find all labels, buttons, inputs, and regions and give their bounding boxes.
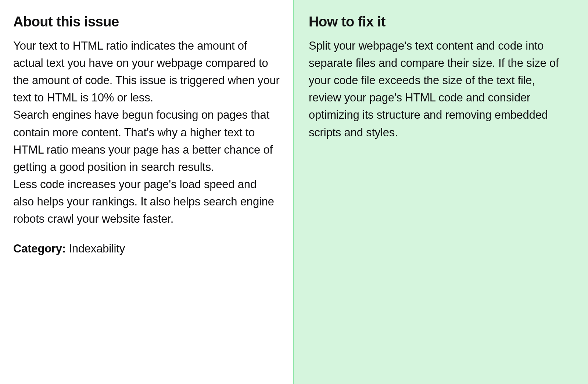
category-label: Category:	[13, 242, 69, 255]
two-column-layout: About this issue Your text to HTML ratio…	[0, 0, 588, 384]
how-to-fix-panel: How to fix it Split your webpage's text …	[294, 0, 588, 384]
category-line: Category: Indexability	[13, 242, 280, 255]
about-issue-heading: About this issue	[13, 14, 280, 30]
about-issue-para-1: Your text to HTML ratio indicates the am…	[13, 37, 280, 106]
about-issue-para-2: Search engines have begun focusing on pa…	[13, 106, 280, 175]
about-issue-panel: About this issue Your text to HTML ratio…	[0, 0, 294, 384]
how-to-fix-heading: How to fix it	[309, 14, 570, 30]
about-issue-para-3: Less code increases your page's load spe…	[13, 176, 280, 227]
how-to-fix-body: Split your webpage's text content and co…	[309, 37, 570, 141]
category-value: Indexability	[69, 242, 125, 255]
about-issue-body: Your text to HTML ratio indicates the am…	[13, 37, 280, 227]
